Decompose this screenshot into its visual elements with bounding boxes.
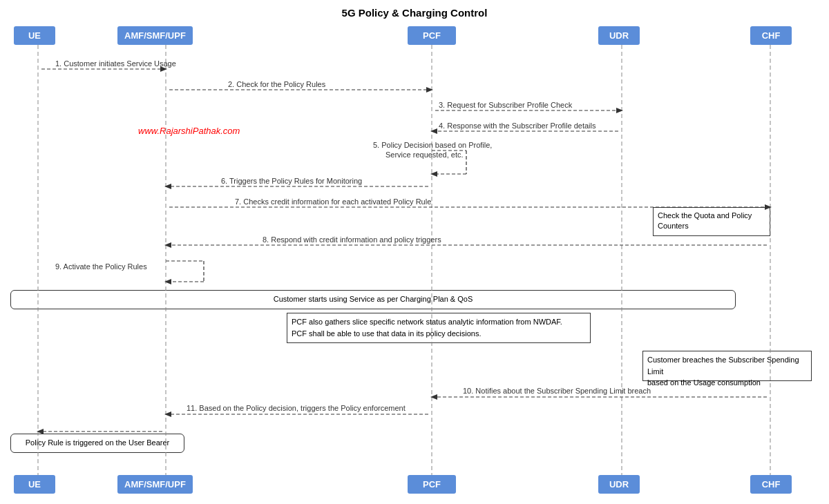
actor-udr-bottom: UDR	[598, 475, 640, 494]
svg-marker-24	[164, 184, 171, 189]
actor-amf-bottom: AMF/SMF/UPF	[117, 475, 193, 494]
svg-text:3. Request for Subscriber Prof: 3. Request for Subscriber Profile Check	[439, 101, 573, 109]
diagram: 5G Policy & Charging Control UE AMF/SMF/…	[0, 0, 829, 504]
svg-text:Service requested, etc.: Service requested, etc.	[385, 151, 464, 159]
page-title: 5G Policy & Charging Control	[0, 0, 829, 19]
actor-amf-top: AMF/SMF/UPF	[117, 26, 193, 45]
svg-marker-30	[164, 242, 171, 248]
svg-text:4. Response with the Subscribe: 4. Response with the Subscriber Profile …	[439, 122, 596, 130]
svg-marker-12	[616, 108, 623, 113]
svg-marker-9	[426, 87, 433, 93]
svg-marker-35	[164, 279, 171, 284]
svg-text:8. Respond with credit informa: 8. Respond with credit information and p…	[263, 235, 441, 244]
actor-ue-top: UE	[14, 26, 55, 45]
svg-text:2. Check for the Policy Rules: 2. Check for the Policy Rules	[228, 80, 326, 88]
svg-text:10. Notifies about the Subscri: 10. Notifies about the Subscriber Spendi…	[463, 387, 651, 395]
svg-text:11. Based on the Policy decisi: 11. Based on the Policy decision, trigge…	[187, 404, 406, 412]
svg-marker-41	[164, 411, 171, 417]
customer-note: Customer starts using Service as per Cha…	[10, 290, 736, 309]
svg-marker-6	[160, 66, 167, 72]
actor-chf-bottom: CHF	[750, 475, 792, 494]
actor-pcf-top: PCF	[408, 26, 456, 45]
svg-text:9. Activate the Policy Rules: 9. Activate the Policy Rules	[55, 262, 147, 271]
svg-marker-38	[430, 394, 437, 400]
svg-text:6. Triggers the Policy Rules f: 6. Triggers the Policy Rules for Monitor…	[221, 177, 362, 185]
svg-text:5. Policy Decision based on Pr: 5. Policy Decision based on Profile,	[373, 141, 492, 149]
policy-rule-note: Policy Rule is triggered on the User Bea…	[10, 434, 184, 453]
pcf-note: PCF also gathers slice specific network …	[287, 313, 591, 343]
svg-marker-15	[430, 128, 437, 134]
sequence-diagram-svg: 1. Customer initiates Service Usage 2. C…	[0, 0, 829, 504]
quota-note: Check the Quota and Policy Counters	[653, 207, 770, 236]
actor-chf-top: CHF	[750, 26, 792, 45]
breach-note: Customer breaches the Subscriber Spendin…	[642, 351, 812, 381]
actor-ue-bottom: UE	[14, 475, 55, 494]
watermark: www.RajarshiPathak.com	[138, 126, 240, 136]
svg-marker-20	[430, 171, 437, 177]
actor-pcf-bottom: PCF	[408, 475, 456, 494]
actor-udr-top: UDR	[598, 26, 640, 45]
svg-text:1. Customer initiates Service : 1. Customer initiates Service Usage	[55, 59, 176, 68]
svg-text:7. Checks credit information f: 7. Checks credit information for each ac…	[235, 197, 431, 206]
